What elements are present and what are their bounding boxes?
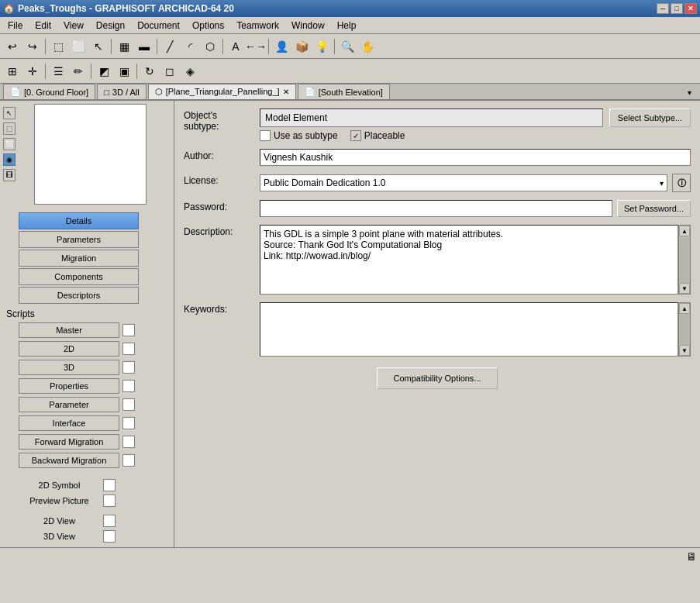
3d-view-button[interactable]: ◻	[160, 62, 179, 81]
arc-button[interactable]: ◜	[181, 37, 199, 56]
menu-design[interactable]: Design	[90, 19, 131, 33]
pan-button[interactable]: ✋	[358, 37, 377, 56]
set-password-button[interactable]: Set Password...	[617, 200, 691, 217]
compat-button[interactable]: Compatibility Options...	[377, 367, 497, 389]
scroll-up-arrow[interactable]: ▲	[679, 226, 690, 236]
tab-3d-all[interactable]: □ 3D / All	[97, 84, 147, 99]
script-bwd-migration-button[interactable]: Backward Migration	[19, 453, 119, 468]
script-master-button[interactable]: Master	[19, 322, 119, 338]
3d-wire-button[interactable]: ◈	[181, 62, 199, 81]
left-icon-film[interactable]: 🎞	[3, 169, 16, 181]
pen-button[interactable]: ✏	[69, 62, 88, 81]
line-button[interactable]: ╱	[160, 37, 179, 56]
left-icon-pan[interactable]: ⬜	[3, 138, 16, 150]
script-properties-button[interactable]: Properties	[19, 378, 119, 394]
menu-options[interactable]: Options	[186, 19, 230, 33]
script-master-check[interactable]	[122, 324, 135, 336]
placeable-checkbox[interactable]: ✓	[350, 130, 361, 141]
view-2d-check[interactable]	[103, 515, 116, 527]
view-3d-check[interactable]	[103, 530, 116, 543]
script-bwd-migration-check[interactable]	[122, 454, 135, 467]
maximize-button[interactable]: □	[671, 3, 683, 14]
menu-edit[interactable]: Edit	[29, 19, 57, 33]
fill-button[interactable]: ◩	[95, 62, 113, 81]
scroll-down-arrow[interactable]: ▼	[679, 283, 690, 294]
menu-help[interactable]: Help	[331, 19, 363, 33]
close-button[interactable]: ✕	[684, 3, 697, 14]
select-button[interactable]: ⬚	[49, 37, 67, 56]
layer-button[interactable]: ☰	[49, 62, 67, 81]
license-info-button[interactable]: ⓘ	[672, 174, 691, 192]
surface-button[interactable]: ▣	[115, 62, 133, 81]
license-dropdown-text: Public Domain Dedication 1.0	[264, 177, 385, 188]
script-2d-check[interactable]	[122, 343, 135, 355]
menu-teamwork[interactable]: Teamwork	[230, 19, 285, 33]
left-icon-arrow[interactable]: ↖	[3, 107, 16, 119]
tab-plane-tri[interactable]: ⬡ [Plane_Triangular_Panelling_] ✕	[148, 84, 296, 99]
script-parameter-check[interactable]	[122, 398, 135, 411]
description-textarea[interactable]: This GDL is a simple 3 point plane with …	[260, 225, 678, 295]
menu-view[interactable]: View	[57, 19, 90, 33]
script-master-row: Master	[19, 322, 171, 338]
poly-button[interactable]: ⬡	[201, 37, 219, 56]
use-as-subtype-item[interactable]: Use as subtype	[260, 130, 338, 141]
kw-scroll-up-arrow[interactable]: ▲	[679, 303, 690, 314]
select-subtype-button[interactable]: Select Subtype...	[609, 109, 691, 127]
grid-button[interactable]: ⊞	[3, 62, 22, 81]
tab-nav-button[interactable]: ▾	[681, 85, 697, 99]
script-properties-check[interactable]	[122, 380, 135, 392]
subtype-checkbox-row: Use as subtype ✓ Placeable	[260, 130, 691, 141]
script-interface-button[interactable]: Interface	[19, 415, 119, 431]
wall-button[interactable]: ▦	[115, 37, 133, 56]
parameters-button[interactable]: Parameters	[19, 231, 139, 248]
left-icon-3d[interactable]: ◉	[3, 153, 16, 166]
3d-rotate-button[interactable]: ↻	[140, 62, 159, 81]
password-input[interactable]	[260, 200, 612, 217]
script-fwd-migration-button[interactable]: Forward Migration	[19, 434, 119, 450]
script-2d-button[interactable]: 2D	[19, 341, 119, 357]
tab-close-2[interactable]: ✕	[283, 88, 289, 96]
title-bar-buttons[interactable]: ─ □ ✕	[657, 3, 697, 14]
placeable-item[interactable]: ✓ Placeable	[350, 130, 405, 141]
symbol-preview-check[interactable]	[103, 494, 116, 507]
script-interface-check[interactable]	[122, 417, 135, 429]
script-properties-row: Properties	[19, 378, 171, 394]
script-parameter-button[interactable]: Parameter	[19, 397, 119, 412]
descriptors-button[interactable]: Descriptors	[19, 287, 139, 304]
use-as-subtype-checkbox[interactable]	[260, 130, 271, 141]
menu-window[interactable]: Window	[285, 19, 331, 33]
arrow-button[interactable]: ↖	[89, 37, 108, 56]
menu-file[interactable]: File	[2, 19, 29, 33]
text-button[interactable]: A	[226, 37, 245, 56]
license-value-area: Public Domain Dedication 1.0 ▾ ⓘ	[260, 174, 691, 192]
tab-south-elev[interactable]: 📄 [South Elevation]	[298, 84, 390, 99]
marquee-button[interactable]: ⬜	[69, 37, 88, 56]
object-button[interactable]: 📦	[292, 37, 311, 56]
author-input[interactable]	[260, 149, 691, 166]
view-3d-label: 3D View	[19, 532, 100, 541]
keywords-textarea[interactable]	[260, 302, 678, 357]
figure-button[interactable]: 👤	[272, 37, 291, 56]
tab-ground-floor[interactable]: 📄 [0. Ground Floor]	[3, 84, 95, 99]
menu-document[interactable]: Document	[131, 19, 186, 33]
zoom-button[interactable]: 🔍	[338, 37, 357, 56]
symbol-2d-check[interactable]	[103, 479, 116, 491]
lamp-button[interactable]: 💡	[312, 37, 331, 56]
script-fwd-migration-check[interactable]	[122, 436, 135, 448]
column-button[interactable]: ▬	[135, 37, 153, 56]
dim-button[interactable]: ←→	[247, 37, 265, 56]
details-button[interactable]: Details	[19, 212, 139, 229]
script-3d-button[interactable]: 3D	[19, 360, 119, 375]
snap-button[interactable]: ✛	[23, 62, 42, 81]
kw-scroll-down-arrow[interactable]: ▼	[679, 345, 690, 356]
minimize-button[interactable]: ─	[657, 3, 669, 14]
license-dropdown[interactable]: Public Domain Dedication 1.0 ▾	[260, 174, 667, 191]
migration-button[interactable]: Migration	[19, 250, 139, 267]
thumbnail-area	[34, 104, 147, 205]
script-3d-check[interactable]	[122, 361, 135, 374]
script-parameter-row: Parameter	[19, 397, 171, 412]
left-icon-zoom[interactable]: ⬚	[3, 122, 16, 135]
components-button[interactable]: Components	[19, 268, 139, 285]
redo-button[interactable]: ↪	[23, 37, 42, 56]
undo-button[interactable]: ↩	[3, 37, 22, 56]
